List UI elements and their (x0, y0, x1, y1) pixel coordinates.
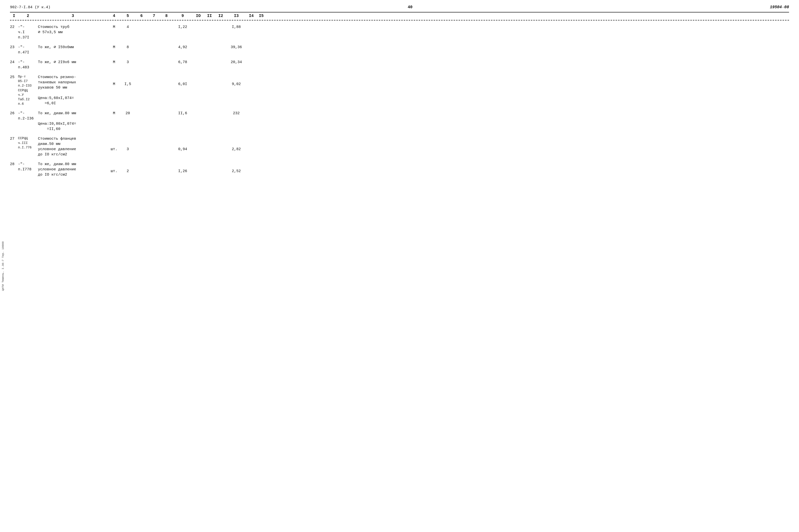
table-row: 23 -"-п.47I То же, ∅ I59x6мм М 8 4,92 39… (10, 42, 789, 57)
row-unit-28: шт. (108, 162, 120, 174)
col-header-9: 9 (173, 14, 193, 18)
row-unit-25: М (108, 75, 120, 87)
row-ref-23: -"-п.47I (18, 45, 38, 55)
row-col5-26: 20 (120, 111, 135, 116)
row-col9-22: I,22 (173, 24, 193, 30)
table-row: 24 -"-п.483 То же, ∅ 2I9x6 мм М 3 6,78 2… (10, 57, 789, 72)
table-row: 22 -"-ч.Iп.37I Стоимость труб∅ 57x3,5 мм… (10, 21, 789, 42)
row-unit-23: М (108, 45, 120, 50)
row-desc-26: То же, диам.80 ммЦена:I0,80xI,074= =II,6… (38, 111, 108, 132)
row-ref-27: ССРЦЦч.IIIп.I.776 (18, 136, 38, 150)
column-headers: I 2 3 4 5 6 7 8 9 IO II I2 I3 I4 I5 (10, 13, 789, 19)
doc-number: 902-7-I.84 (У к.4) (10, 5, 51, 10)
row-num-26: 26 (10, 111, 18, 116)
row-num-25: 25 (10, 75, 18, 80)
row-col9-27: 0,94 (173, 136, 193, 152)
row-col5-24: 3 (120, 60, 135, 65)
col-header-4: 4 (108, 14, 120, 18)
row-col5-25: I,5 (120, 75, 135, 87)
table-row: 26 -"-п.2-I36 То же, диам.80 ммЦена:I0,8… (10, 108, 789, 133)
col-header-6: 6 (135, 14, 148, 18)
row-unit-22: М (108, 24, 120, 30)
col-header-14: I4 (246, 14, 256, 18)
row-desc-22: Стоимость труб∅ 57x3,5 мм (38, 24, 108, 35)
col-header-15: I5 (256, 14, 266, 18)
col-header-7: 7 (148, 14, 160, 18)
page-header: 902-7-I.84 (У к.4) 40 19504·08 (10, 5, 789, 10)
row-num-23: 23 (10, 45, 18, 50)
row-col9-25: 6,0I (173, 75, 193, 87)
row-ref-25: Пр-т05-I7п.2-I33ССРЦЦч.УТаб.I2п.6 (18, 75, 38, 106)
row-col9-23: 4,92 (173, 45, 193, 50)
row-col13-27: 2,82 (226, 136, 246, 152)
header-dashed-line (10, 20, 789, 20)
col-header-1: I (10, 14, 18, 18)
row-col5-23: 8 (120, 45, 135, 50)
col-header-2: 2 (18, 14, 38, 18)
col-header-5: 5 (120, 14, 135, 18)
table-row: 28 -"-п.I778 То же, диам.80 ммусловное д… (10, 159, 789, 179)
row-num-27: 27 (10, 136, 18, 141)
row-col13-22: I,88 (226, 24, 246, 30)
row-num-28: 28 (10, 162, 18, 167)
row-col9-26: II,6 (173, 111, 193, 116)
side-label: ЦНТИ Тюмень. I.30-7 Тир. 10000 (1, 241, 4, 290)
col-header-12: I2 (215, 14, 226, 18)
row-ref-22: -"-ч.Iп.37I (18, 24, 38, 40)
row-col13-28: 2,52 (226, 162, 246, 174)
row-col5-28: 2 (120, 162, 135, 174)
page-number: 40 (408, 5, 412, 10)
row-col13-25: 9,02 (226, 75, 246, 87)
col-header-11: II (204, 14, 215, 18)
row-col9-28: I,26 (173, 162, 193, 174)
col-header-8: 8 (160, 14, 173, 18)
row-ref-26: -"-п.2-I36 (18, 111, 38, 121)
row-desc-23: То же, ∅ I59x6мм (38, 45, 108, 50)
row-col13-26: 232 (226, 111, 246, 116)
col-header-3: 3 (38, 14, 108, 18)
row-desc-28: То же, диам.80 ммусловное давлениедо IO … (38, 162, 108, 177)
row-desc-24: То же, ∅ 2I9x6 мм (38, 60, 108, 65)
row-unit-26: М (108, 111, 120, 116)
row-unit-24: М (108, 60, 120, 65)
row-col9-24: 6,78 (173, 60, 193, 65)
row-num-24: 24 (10, 60, 18, 65)
row-unit-27: шт. (108, 136, 120, 152)
row-col5-22: 4 (120, 24, 135, 30)
row-col5-27: 3 (120, 136, 135, 152)
row-desc-27: Стоимость фланцевдиам.50 ммусловное давл… (38, 136, 108, 157)
row-num-22: 22 (10, 24, 18, 30)
row-ref-28: -"-п.I778 (18, 162, 38, 172)
table-row: 27 ССРЦЦч.IIIп.I.776 Стоимость фланцевди… (10, 133, 789, 159)
row-col13-23: 39,36 (226, 45, 246, 50)
col-header-13: I3 (226, 14, 246, 18)
doc-code: 19504·08 (770, 5, 789, 10)
row-desc-25: Стоимость резино-тканевых напорныхрукаво… (38, 75, 108, 106)
row-ref-24: -"-п.483 (18, 60, 38, 70)
row-col13-24: 20,34 (226, 60, 246, 65)
table-row: 25 Пр-т05-I7п.2-I33ССРЦЦч.УТаб.I2п.6 Сто… (10, 72, 789, 108)
col-header-10: IO (193, 14, 204, 18)
